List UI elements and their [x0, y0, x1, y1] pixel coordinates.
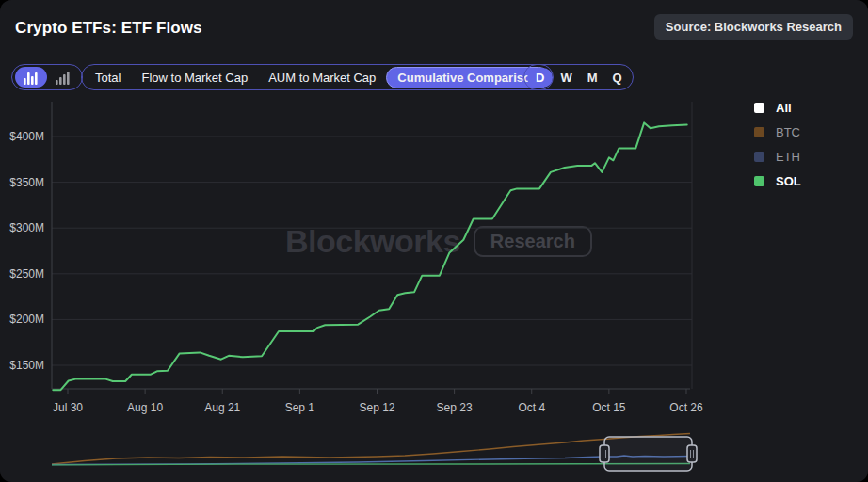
x-tick-label: Oct 15 [592, 401, 626, 414]
tab-total[interactable]: Total [85, 67, 131, 88]
y-tick-label: $400M [9, 130, 44, 143]
x-tick-label: Sep 12 [359, 401, 394, 414]
legend-label: SOL [776, 174, 801, 188]
y-tick-label: $250M [9, 267, 44, 281]
x-tick-label: Oct 4 [518, 401, 545, 414]
period-q[interactable]: Q [605, 68, 630, 88]
source-button[interactable]: Source: Blockworks Research [654, 14, 853, 40]
legend-label: BTC [776, 125, 800, 139]
view-tabs-group: TotalFlow to Market CapAUM to Market Cap… [81, 64, 554, 90]
legend-swatch-btc [754, 127, 764, 137]
period-w[interactable]: W [553, 68, 579, 88]
toolbar: TotalFlow to Market CapAUM to Market Cap… [0, 64, 868, 90]
tab-aum-to-market-cap[interactable]: AUM to Market Cap [258, 67, 386, 88]
crypto-etf-flows-card: Crypto ETFs: ETF Flows Source: Blockwork… [0, 0, 868, 482]
x-tick-label: Oct 26 [669, 401, 703, 414]
bar-chart-ascending-icon[interactable] [47, 67, 79, 88]
brush-handle-left[interactable] [600, 445, 609, 462]
legend: AllBTCETHSOL [754, 101, 801, 187]
legend-label: All [776, 101, 792, 115]
legend-item-sol[interactable]: SOL [754, 174, 801, 187]
x-tick-label: Aug 21 [204, 401, 240, 414]
period-group: DWMQ [523, 64, 634, 90]
y-tick-label: $300M [9, 221, 44, 234]
legend-swatch-sol [754, 176, 764, 186]
period-m[interactable]: M [580, 68, 605, 88]
legend-item-btc[interactable]: BTC [754, 125, 801, 138]
brush-handle-right[interactable] [687, 445, 697, 462]
legend-swatch-all [754, 103, 764, 113]
main-chart: $150M$200M$250M$300M$350M$400MJul 30Aug … [0, 94, 746, 482]
legend-item-all[interactable]: All [754, 101, 801, 114]
navigator-brush[interactable] [604, 437, 692, 471]
legend-label: ETH [776, 150, 800, 164]
y-tick-label: $350M [9, 176, 44, 189]
tab-flow-to-market-cap[interactable]: Flow to Market Cap [131, 67, 258, 88]
chart-type-group [11, 64, 83, 90]
legend-swatch-eth [754, 152, 764, 162]
series-line-sol [53, 122, 686, 390]
column-chart-icon[interactable] [15, 67, 47, 88]
legend-item-eth[interactable]: ETH [754, 150, 801, 163]
legend-divider [747, 94, 747, 475]
x-tick-label: Jul 30 [53, 401, 83, 414]
x-tick-label: Sep 1 [285, 401, 315, 414]
period-d[interactable]: D [527, 68, 553, 88]
x-tick-label: Aug 10 [127, 401, 163, 414]
page-title: Crypto ETFs: ETF Flows [15, 19, 202, 38]
y-tick-label: $150M [9, 359, 44, 372]
navigator-line-btc [52, 434, 690, 465]
x-tick-label: Sep 23 [437, 401, 473, 414]
y-tick-label: $200M [9, 313, 44, 326]
